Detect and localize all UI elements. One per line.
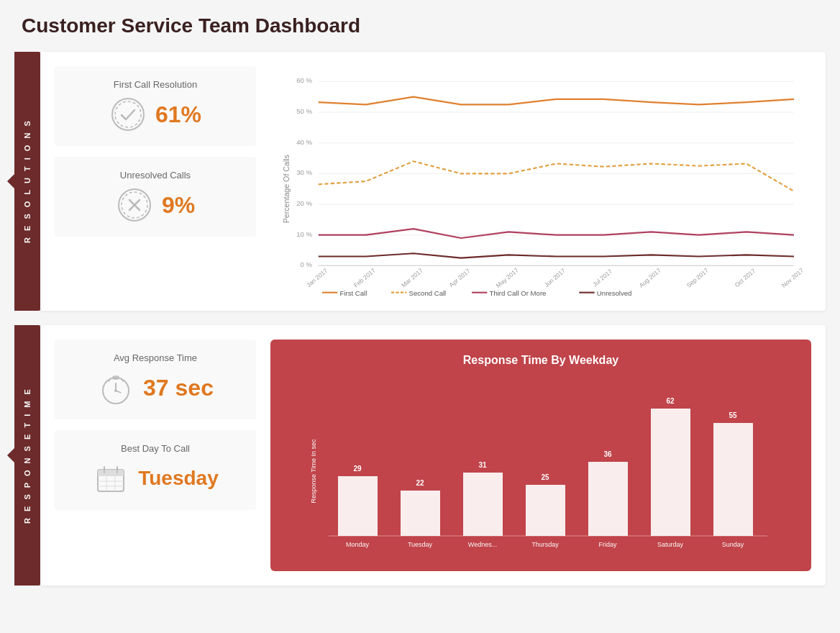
svg-text:Percentage Of Calls: Percentage Of Calls bbox=[282, 155, 291, 223]
svg-text:Jun 2017: Jun 2017 bbox=[543, 267, 567, 288]
response-label-wrap: R E S P O N S E T I M E bbox=[14, 325, 40, 586]
first-call-resolution-title: First Call Resolution bbox=[114, 79, 197, 90]
bar-saturday bbox=[651, 409, 690, 536]
best-day-to-call-value: Tuesday bbox=[138, 467, 219, 490]
response-bar-chart-title: Response Time By Weekday bbox=[288, 354, 793, 367]
response-metrics: Avg Response Time bbox=[55, 340, 256, 571]
svg-text:Saturday: Saturday bbox=[657, 541, 684, 548]
svg-text:Thursday: Thursday bbox=[531, 541, 559, 548]
svg-text:Nov 2017: Nov 2017 bbox=[780, 267, 805, 289]
bar-monday bbox=[338, 476, 378, 536]
bar-thursday bbox=[526, 485, 565, 536]
svg-text:Jul 2017: Jul 2017 bbox=[591, 268, 613, 288]
avg-response-time-row: 37 sec bbox=[97, 369, 214, 406]
svg-point-0 bbox=[112, 99, 144, 130]
resolutions-label: R E S O L U T I O N S bbox=[14, 52, 40, 311]
svg-text:29: 29 bbox=[353, 465, 362, 473]
avg-response-time-title: Avg Response Time bbox=[114, 352, 197, 363]
bar-wednesday bbox=[463, 473, 503, 536]
svg-point-1 bbox=[115, 101, 141, 127]
unresolved-calls-value: 9% bbox=[162, 192, 195, 219]
avg-response-time-card: Avg Response Time bbox=[55, 340, 256, 419]
svg-text:Friday: Friday bbox=[598, 541, 617, 548]
bar-sunday bbox=[713, 423, 753, 536]
resolutions-content: First Call Resolution 61% Unresolved Cal… bbox=[40, 52, 826, 311]
x-circle-icon bbox=[116, 186, 153, 224]
stopwatch-icon bbox=[97, 369, 134, 406]
response-bar-chart-container: Response Time By Weekday Response Time I… bbox=[270, 340, 811, 571]
svg-text:Aug 2017: Aug 2017 bbox=[637, 267, 662, 289]
resolution-line-chart: Percentage Of Calls 60 % 50 % 40 % 30 % … bbox=[270, 66, 811, 296]
svg-text:62: 62 bbox=[666, 397, 675, 405]
best-day-to-call-title: Best Day To Call bbox=[121, 443, 190, 454]
resolutions-label-wrap: R E S O L U T I O N S bbox=[14, 52, 40, 311]
resolutions-metrics: First Call Resolution 61% Unresolved Cal… bbox=[55, 66, 256, 296]
svg-rect-51 bbox=[98, 473, 124, 476]
svg-point-48 bbox=[114, 389, 117, 392]
svg-text:22: 22 bbox=[416, 479, 424, 487]
svg-text:0 %: 0 % bbox=[301, 260, 313, 268]
first-call-resolution-row: 61% bbox=[109, 96, 201, 133]
svg-text:30 %: 30 % bbox=[296, 168, 312, 176]
svg-text:55: 55 bbox=[729, 411, 737, 419]
svg-text:10 %: 10 % bbox=[296, 230, 312, 238]
response-section: R E S P O N S E T I M E Avg Response Tim… bbox=[14, 325, 826, 586]
svg-text:36: 36 bbox=[603, 450, 612, 458]
svg-text:Second Call: Second Call bbox=[409, 289, 447, 296]
svg-text:Oct 2017: Oct 2017 bbox=[733, 267, 757, 288]
unresolved-calls-row: 9% bbox=[116, 186, 195, 224]
svg-text:Monday: Monday bbox=[346, 541, 370, 548]
svg-text:Sunday: Sunday bbox=[722, 541, 744, 548]
unresolved-calls-card: Unresolved Calls 9% bbox=[55, 157, 256, 237]
calendar-icon bbox=[92, 460, 129, 497]
response-label: R E S P O N S E T I M E bbox=[14, 325, 40, 586]
first-call-resolution-value: 61% bbox=[155, 101, 201, 128]
best-day-to-call-card: Best Day To Call bbox=[55, 430, 256, 510]
svg-text:Feb 2017: Feb 2017 bbox=[352, 267, 377, 289]
svg-text:First Call: First Call bbox=[340, 289, 368, 296]
resolutions-section: R E S O L U T I O N S First Call Resolut… bbox=[14, 52, 826, 311]
avg-response-time-value: 37 sec bbox=[143, 375, 214, 401]
svg-text:31: 31 bbox=[478, 461, 487, 469]
check-circle-icon bbox=[109, 96, 147, 133]
svg-text:Tuesday: Tuesday bbox=[408, 541, 433, 548]
svg-text:Sep 2017: Sep 2017 bbox=[685, 267, 711, 289]
svg-text:May 2017: May 2017 bbox=[495, 266, 520, 289]
best-day-to-call-row: Tuesday bbox=[92, 460, 219, 497]
resolution-line-chart-area: Percentage Of Calls 60 % 50 % 40 % 30 % … bbox=[270, 66, 811, 296]
svg-text:50 %: 50 % bbox=[296, 107, 312, 115]
svg-text:20 %: 20 % bbox=[296, 199, 312, 207]
svg-text:Response Time In sec: Response Time In sec bbox=[310, 439, 317, 504]
svg-text:60 %: 60 % bbox=[296, 76, 312, 84]
svg-text:Unresolved: Unresolved bbox=[597, 289, 632, 296]
first-call-resolution-card: First Call Resolution 61% bbox=[55, 66, 256, 146]
page-title: Customer Service Team Dashboard bbox=[14, 14, 826, 37]
svg-text:Mar 2017: Mar 2017 bbox=[400, 267, 424, 289]
svg-text:Third Call Or More: Third Call Or More bbox=[490, 289, 547, 296]
response-bar-chart: Response Time In sec 29 Monday 22 Tuesda… bbox=[288, 378, 793, 557]
svg-text:Apr 2017: Apr 2017 bbox=[448, 267, 472, 288]
bar-friday bbox=[588, 462, 628, 536]
bar-tuesday bbox=[401, 491, 440, 536]
response-content: Avg Response Time bbox=[40, 325, 826, 586]
svg-text:40 %: 40 % bbox=[296, 138, 312, 146]
svg-text:Wednes...: Wednes... bbox=[468, 541, 497, 548]
unresolved-calls-title: Unresolved Calls bbox=[120, 170, 191, 181]
svg-text:25: 25 bbox=[541, 473, 549, 481]
svg-text:Jan 2017: Jan 2017 bbox=[305, 267, 329, 288]
